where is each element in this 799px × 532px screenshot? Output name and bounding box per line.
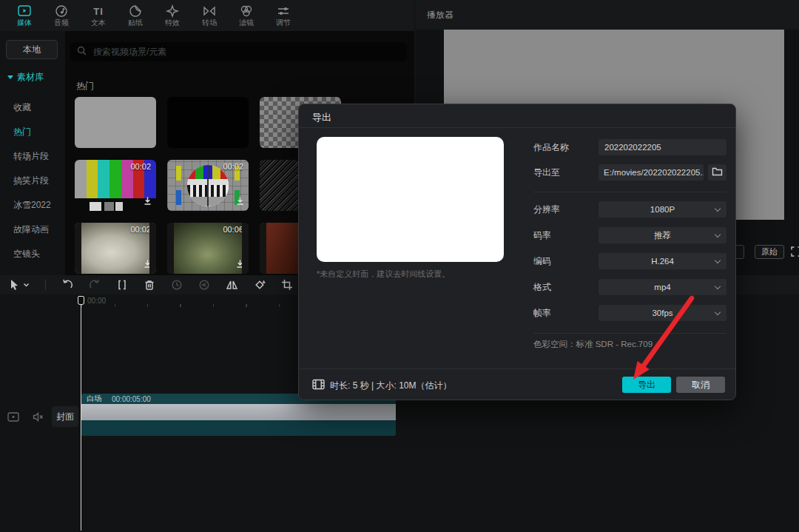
clip-duration-badge: 00:02 — [130, 162, 151, 171]
transition-icon — [202, 4, 217, 18]
clip-duration-badge: 00:06 — [223, 225, 243, 234]
tab-text-label: 文本 — [91, 19, 106, 27]
player-title: 播放器 — [427, 9, 454, 21]
tab-adjust[interactable]: 调节 — [265, 0, 302, 31]
sidebar-item-funny-clips[interactable]: 搞笑片段 — [13, 175, 62, 188]
dialog-title: 导出 — [312, 111, 331, 124]
tab-audio-label: 音频 — [54, 19, 69, 27]
sidebar-item-ice-snow-2022[interactable]: 冰雪2022 — [13, 199, 62, 212]
resolution-select[interactable]: 1080P — [599, 201, 726, 218]
thumb-gray-clip[interactable] — [75, 97, 156, 148]
fps-select[interactable]: 30fps — [599, 305, 726, 321]
cover-button[interactable]: 封面 — [52, 406, 78, 427]
sidebar-item-favorites[interactable]: 收藏 — [13, 101, 62, 115]
clip-duration-badge: 00:02 — [130, 225, 151, 234]
select-cursor-tool[interactable] — [9, 279, 30, 291]
sidebar-item-transition-clips[interactable]: 转场片段 — [13, 150, 62, 164]
codec-select[interactable]: H.264 — [599, 253, 726, 269]
format-label: 格式 — [533, 279, 551, 295]
chevron-down-icon — [715, 309, 721, 315]
redo-button[interactable] — [89, 279, 101, 291]
undo-button[interactable] — [61, 279, 73, 291]
freeze-frame-button[interactable] — [171, 279, 183, 291]
format-select[interactable]: mp4 — [599, 279, 726, 295]
tab-media-label: 媒体 — [17, 19, 32, 27]
original-ratio-button[interactable]: 原始 — [755, 245, 784, 259]
tab-sticker[interactable]: 贴纸 — [117, 0, 154, 31]
tab-filter[interactable]: 滤镜 — [228, 0, 265, 31]
dialog-divider — [299, 127, 735, 128]
library-sidebar: 本地 素材库 收藏 热门 转场片段 搞笑片段 冰雪2022 故障动画 空镜头 — [0, 31, 65, 275]
sidebar-item-empty-shot[interactable]: 空镜头 — [13, 248, 62, 261]
chevron-down-icon — [715, 257, 721, 263]
export-dialog: 导出 *未自定义封面，建议去时间线设置。 作品名称 导出至 E:/movies/… — [298, 104, 736, 400]
codec-label: 编码 — [533, 253, 551, 269]
name-label: 作品名称 — [533, 139, 569, 155]
thumb-film-clip-1[interactable]: 00:02 — [75, 223, 156, 274]
crop-button[interactable] — [281, 279, 293, 291]
sidebar-item-local[interactable]: 本地 — [6, 40, 58, 59]
color-space-info: 色彩空间：标准 SDR - Rec.709 — [533, 339, 653, 350]
mirror-button[interactable] — [226, 279, 238, 291]
search-icon — [77, 45, 87, 58]
sticker-icon — [128, 4, 143, 18]
colorspace-divider — [533, 333, 726, 334]
cancel-button[interactable]: 取消 — [676, 377, 725, 393]
playhead-line — [81, 304, 81, 531]
sidebar-item-hot[interactable]: 热门 — [13, 126, 62, 139]
clip-duration: 00:00:05:00 — [112, 395, 151, 403]
thumb-black-clip[interactable] — [167, 97, 249, 148]
sidebar-item-glitch-animation[interactable]: 故障动画 — [13, 223, 62, 237]
mute-track-icon[interactable] — [33, 411, 44, 425]
download-icon[interactable] — [143, 258, 152, 272]
thumb-testcard-clip[interactable]: 00:02 — [167, 160, 249, 211]
export-path-label: 导出至 — [533, 164, 560, 181]
thumb-colorbars-clip[interactable]: 00:02 — [75, 160, 156, 211]
search-bar — [70, 42, 407, 61]
rotate-button[interactable] — [254, 279, 266, 291]
settings-divider — [533, 192, 726, 192]
clip-duration-badge: 00:02 — [223, 162, 243, 171]
tab-transition[interactable]: 转场 — [191, 0, 228, 31]
reverse-button[interactable] — [198, 279, 210, 291]
app-window: 媒体 音频 TI 文本 贴纸 特效 — [0, 0, 799, 532]
bitrate-select[interactable]: 推荐 — [599, 227, 726, 243]
export-preview — [317, 137, 504, 262]
cover-note: *未自定义封面，建议去时间线设置。 — [317, 269, 450, 280]
download-icon[interactable] — [143, 195, 152, 209]
search-input[interactable] — [92, 46, 400, 58]
tab-transition-label: 转场 — [202, 19, 217, 27]
folder-icon — [712, 166, 723, 179]
export-summary: 时长: 5 秒 | 大小: 10M（估计） — [330, 380, 451, 392]
split-button[interactable] — [116, 279, 128, 291]
resolution-label: 分辨率 — [533, 201, 560, 218]
thumb-film-clip-2[interactable]: 00:06 — [167, 223, 249, 274]
media-icon — [17, 4, 32, 18]
tab-filter-label: 滤镜 — [239, 19, 254, 27]
download-icon[interactable] — [235, 195, 245, 209]
export-path-field[interactable]: E:/movies/202202022205... — [599, 164, 704, 181]
download-icon[interactable] — [235, 258, 245, 272]
sidebar-item-material-library[interactable]: 素材库 — [7, 71, 44, 84]
filter-icon — [239, 4, 254, 18]
text-icon: TI — [93, 4, 104, 18]
tab-media[interactable]: 媒体 — [6, 0, 43, 31]
audio-icon — [54, 4, 69, 18]
footer-divider — [299, 368, 735, 369]
tab-audio[interactable]: 音频 — [43, 0, 80, 31]
tab-effects[interactable]: 特效 — [154, 0, 191, 31]
clip-audio-strip — [81, 420, 396, 436]
chevron-down-icon — [715, 283, 721, 289]
film-icon — [312, 379, 325, 393]
clip-body — [81, 404, 396, 420]
tab-sticker-label: 贴纸 — [128, 19, 143, 27]
work-name-input[interactable] — [599, 139, 726, 155]
chevron-down-icon — [23, 282, 30, 288]
browse-folder-button[interactable] — [708, 164, 726, 181]
delete-button[interactable] — [144, 279, 155, 291]
track-preview-icon[interactable] — [7, 411, 19, 425]
tab-text[interactable]: TI 文本 — [80, 0, 117, 31]
export-confirm-button[interactable]: 导出 — [622, 377, 671, 393]
chevron-down-icon — [715, 232, 721, 238]
fullscreen-icon[interactable] — [790, 246, 799, 260]
